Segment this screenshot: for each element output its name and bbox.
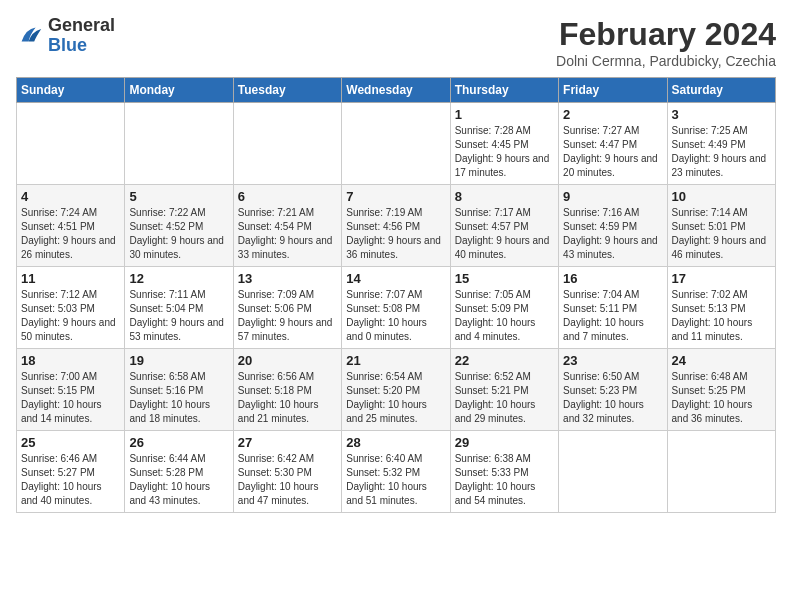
calendar-cell — [17, 103, 125, 185]
weekday-header-monday: Monday — [125, 78, 233, 103]
calendar-cell: 29Sunrise: 6:38 AM Sunset: 5:33 PM Dayli… — [450, 431, 558, 513]
calendar-cell: 5Sunrise: 7:22 AM Sunset: 4:52 PM Daylig… — [125, 185, 233, 267]
calendar-cell: 28Sunrise: 6:40 AM Sunset: 5:32 PM Dayli… — [342, 431, 450, 513]
day-info: Sunrise: 7:19 AM Sunset: 4:56 PM Dayligh… — [346, 206, 445, 262]
day-number: 20 — [238, 353, 337, 368]
day-info: Sunrise: 6:52 AM Sunset: 5:21 PM Dayligh… — [455, 370, 554, 426]
calendar-cell: 15Sunrise: 7:05 AM Sunset: 5:09 PM Dayli… — [450, 267, 558, 349]
calendar-cell — [125, 103, 233, 185]
day-info: Sunrise: 7:14 AM Sunset: 5:01 PM Dayligh… — [672, 206, 771, 262]
day-info: Sunrise: 6:58 AM Sunset: 5:16 PM Dayligh… — [129, 370, 228, 426]
weekday-header-sunday: Sunday — [17, 78, 125, 103]
weekday-header-tuesday: Tuesday — [233, 78, 341, 103]
day-info: Sunrise: 7:12 AM Sunset: 5:03 PM Dayligh… — [21, 288, 120, 344]
calendar-cell: 21Sunrise: 6:54 AM Sunset: 5:20 PM Dayli… — [342, 349, 450, 431]
calendar-week-row: 11Sunrise: 7:12 AM Sunset: 5:03 PM Dayli… — [17, 267, 776, 349]
day-number: 6 — [238, 189, 337, 204]
calendar-cell: 7Sunrise: 7:19 AM Sunset: 4:56 PM Daylig… — [342, 185, 450, 267]
day-info: Sunrise: 7:05 AM Sunset: 5:09 PM Dayligh… — [455, 288, 554, 344]
day-info: Sunrise: 6:54 AM Sunset: 5:20 PM Dayligh… — [346, 370, 445, 426]
weekday-header-friday: Friday — [559, 78, 667, 103]
calendar-cell: 2Sunrise: 7:27 AM Sunset: 4:47 PM Daylig… — [559, 103, 667, 185]
day-info: Sunrise: 7:25 AM Sunset: 4:49 PM Dayligh… — [672, 124, 771, 180]
calendar-table: SundayMondayTuesdayWednesdayThursdayFrid… — [16, 77, 776, 513]
day-info: Sunrise: 6:44 AM Sunset: 5:28 PM Dayligh… — [129, 452, 228, 508]
calendar-cell: 12Sunrise: 7:11 AM Sunset: 5:04 PM Dayli… — [125, 267, 233, 349]
logo-text: General Blue — [48, 16, 115, 56]
day-number: 25 — [21, 435, 120, 450]
calendar-week-row: 4Sunrise: 7:24 AM Sunset: 4:51 PM Daylig… — [17, 185, 776, 267]
day-number: 21 — [346, 353, 445, 368]
calendar-cell: 22Sunrise: 6:52 AM Sunset: 5:21 PM Dayli… — [450, 349, 558, 431]
calendar-body: 1Sunrise: 7:28 AM Sunset: 4:45 PM Daylig… — [17, 103, 776, 513]
logo: General Blue — [16, 16, 115, 56]
calendar-cell: 8Sunrise: 7:17 AM Sunset: 4:57 PM Daylig… — [450, 185, 558, 267]
day-number: 17 — [672, 271, 771, 286]
day-info: Sunrise: 7:11 AM Sunset: 5:04 PM Dayligh… — [129, 288, 228, 344]
day-info: Sunrise: 7:02 AM Sunset: 5:13 PM Dayligh… — [672, 288, 771, 344]
weekday-header-wednesday: Wednesday — [342, 78, 450, 103]
day-number: 19 — [129, 353, 228, 368]
day-number: 26 — [129, 435, 228, 450]
calendar-cell: 27Sunrise: 6:42 AM Sunset: 5:30 PM Dayli… — [233, 431, 341, 513]
day-info: Sunrise: 6:38 AM Sunset: 5:33 PM Dayligh… — [455, 452, 554, 508]
calendar-cell — [342, 103, 450, 185]
day-number: 27 — [238, 435, 337, 450]
day-info: Sunrise: 7:07 AM Sunset: 5:08 PM Dayligh… — [346, 288, 445, 344]
calendar-cell: 6Sunrise: 7:21 AM Sunset: 4:54 PM Daylig… — [233, 185, 341, 267]
day-info: Sunrise: 7:09 AM Sunset: 5:06 PM Dayligh… — [238, 288, 337, 344]
day-info: Sunrise: 7:24 AM Sunset: 4:51 PM Dayligh… — [21, 206, 120, 262]
day-number: 14 — [346, 271, 445, 286]
calendar-cell: 10Sunrise: 7:14 AM Sunset: 5:01 PM Dayli… — [667, 185, 775, 267]
day-number: 9 — [563, 189, 662, 204]
day-number: 5 — [129, 189, 228, 204]
title-block: February 2024 Dolni Cermna, Pardubicky, … — [556, 16, 776, 69]
day-number: 3 — [672, 107, 771, 122]
day-info: Sunrise: 7:16 AM Sunset: 4:59 PM Dayligh… — [563, 206, 662, 262]
day-info: Sunrise: 6:48 AM Sunset: 5:25 PM Dayligh… — [672, 370, 771, 426]
page-header: General Blue February 2024 Dolni Cermna,… — [16, 16, 776, 69]
day-number: 24 — [672, 353, 771, 368]
day-info: Sunrise: 7:21 AM Sunset: 4:54 PM Dayligh… — [238, 206, 337, 262]
day-number: 22 — [455, 353, 554, 368]
day-number: 28 — [346, 435, 445, 450]
day-info: Sunrise: 7:04 AM Sunset: 5:11 PM Dayligh… — [563, 288, 662, 344]
calendar-cell: 3Sunrise: 7:25 AM Sunset: 4:49 PM Daylig… — [667, 103, 775, 185]
day-number: 12 — [129, 271, 228, 286]
calendar-cell: 26Sunrise: 6:44 AM Sunset: 5:28 PM Dayli… — [125, 431, 233, 513]
day-info: Sunrise: 6:42 AM Sunset: 5:30 PM Dayligh… — [238, 452, 337, 508]
calendar-cell: 9Sunrise: 7:16 AM Sunset: 4:59 PM Daylig… — [559, 185, 667, 267]
calendar-cell — [233, 103, 341, 185]
day-number: 7 — [346, 189, 445, 204]
day-info: Sunrise: 6:50 AM Sunset: 5:23 PM Dayligh… — [563, 370, 662, 426]
day-info: Sunrise: 6:40 AM Sunset: 5:32 PM Dayligh… — [346, 452, 445, 508]
weekday-header-saturday: Saturday — [667, 78, 775, 103]
calendar-week-row: 1Sunrise: 7:28 AM Sunset: 4:45 PM Daylig… — [17, 103, 776, 185]
calendar-cell: 19Sunrise: 6:58 AM Sunset: 5:16 PM Dayli… — [125, 349, 233, 431]
day-info: Sunrise: 7:00 AM Sunset: 5:15 PM Dayligh… — [21, 370, 120, 426]
calendar-cell: 18Sunrise: 7:00 AM Sunset: 5:15 PM Dayli… — [17, 349, 125, 431]
day-number: 29 — [455, 435, 554, 450]
day-number: 2 — [563, 107, 662, 122]
calendar-cell: 14Sunrise: 7:07 AM Sunset: 5:08 PM Dayli… — [342, 267, 450, 349]
day-number: 18 — [21, 353, 120, 368]
day-number: 4 — [21, 189, 120, 204]
day-number: 15 — [455, 271, 554, 286]
calendar-cell: 23Sunrise: 6:50 AM Sunset: 5:23 PM Dayli… — [559, 349, 667, 431]
calendar-cell — [667, 431, 775, 513]
day-number: 11 — [21, 271, 120, 286]
day-number: 1 — [455, 107, 554, 122]
calendar-cell: 24Sunrise: 6:48 AM Sunset: 5:25 PM Dayli… — [667, 349, 775, 431]
calendar-week-row: 18Sunrise: 7:00 AM Sunset: 5:15 PM Dayli… — [17, 349, 776, 431]
day-info: Sunrise: 6:46 AM Sunset: 5:27 PM Dayligh… — [21, 452, 120, 508]
calendar-header-row: SundayMondayTuesdayWednesdayThursdayFrid… — [17, 78, 776, 103]
calendar-cell: 17Sunrise: 7:02 AM Sunset: 5:13 PM Dayli… — [667, 267, 775, 349]
day-number: 16 — [563, 271, 662, 286]
calendar-cell: 20Sunrise: 6:56 AM Sunset: 5:18 PM Dayli… — [233, 349, 341, 431]
weekday-header-thursday: Thursday — [450, 78, 558, 103]
day-number: 8 — [455, 189, 554, 204]
day-number: 13 — [238, 271, 337, 286]
calendar-cell: 4Sunrise: 7:24 AM Sunset: 4:51 PM Daylig… — [17, 185, 125, 267]
day-info: Sunrise: 7:28 AM Sunset: 4:45 PM Dayligh… — [455, 124, 554, 180]
logo-bird-icon — [16, 22, 44, 50]
